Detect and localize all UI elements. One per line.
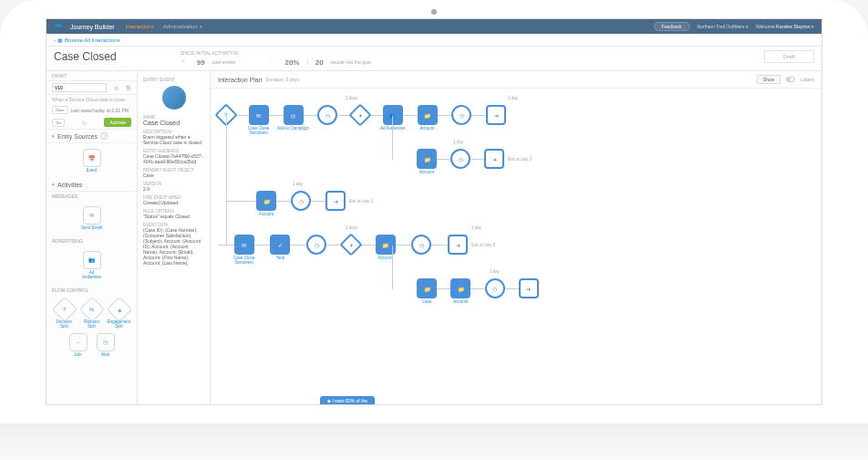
draft-header: DRAFT [46, 71, 137, 81]
labels-toggle[interactable] [786, 77, 795, 82]
sub-advertising: ADVERTISING [46, 236, 137, 246]
org-switcher[interactable]: Northern Trail Outfitters ▾ [698, 24, 749, 29]
palette-ad-audiences[interactable]: 👥Ad Audiences [80, 251, 104, 280]
wait-node[interactable]: ◷ [485, 278, 505, 298]
breadcrumb-link[interactable]: Browse All Interactions [65, 37, 120, 43]
trash-icon[interactable]: 🗑 [126, 85, 131, 90]
wait-node[interactable]: ◷ [306, 235, 326, 255]
grid-icon[interactable]: ▦ [57, 37, 63, 43]
target-icon: ◎ [291, 112, 295, 119]
done-badge: Done [52, 106, 68, 114]
account-node[interactable]: 📁Account [256, 191, 276, 211]
status-badge: Draft [764, 50, 814, 63]
email-node[interactable]: ✉Case Close Sentiment [234, 235, 254, 255]
task-node[interactable]: ✓Task [270, 235, 290, 255]
time-label: 1 day [453, 140, 463, 144]
exit-node[interactable]: ➜ [448, 235, 468, 255]
detail-audience: Case Closed-7a447f60-c537-4041-aaa9-80e6… [143, 153, 204, 164]
goal-icon: ♢ [268, 58, 277, 67]
campaign-node[interactable]: ◎Add to Campaign [284, 105, 304, 125]
version-input[interactable] [52, 83, 107, 92]
clock-icon: ◷ [459, 156, 463, 162]
wait-node[interactable]: ◷ [291, 191, 311, 211]
case-node[interactable]: 📁Case [417, 278, 437, 298]
time-label: 1 day [508, 96, 518, 100]
clock-icon: ◷ [326, 112, 330, 119]
nav-administration[interactable]: Administration▾ [163, 24, 202, 29]
exit-icon: ➜ [526, 286, 531, 292]
clock-icon: ◷ [103, 339, 108, 345]
palette-wait[interactable]: ◷Wait [94, 333, 118, 358]
check-icon: ✓ [278, 242, 283, 248]
info-icon[interactable]: i [100, 132, 108, 140]
entries-count: 99 [197, 58, 205, 67]
goal-pct: 20% [284, 58, 299, 67]
detail-description: Event triggered when a Service Cloud cas… [143, 134, 204, 145]
account-node[interactable]: 📁Account [418, 105, 438, 125]
show-button[interactable]: Show [757, 75, 781, 84]
wait-node[interactable]: ◷ [450, 149, 470, 169]
palette-decision-split[interactable]: ?Decision Split [53, 300, 77, 329]
palette-engagement-split[interactable]: ◈Engagement Split [108, 300, 131, 329]
people-icon: 👥 [88, 256, 95, 263]
wait-node[interactable]: ◷ [317, 105, 337, 125]
exit-label: Exit on day 3 [471, 243, 495, 247]
page-title: Case Closed [54, 50, 117, 63]
section-activities[interactable]: ▾Activities [46, 179, 137, 192]
burst-icon: ✦ [348, 242, 353, 248]
back-icon[interactable]: ‹ [54, 37, 56, 43]
breadcrumb-bar: ‹ ▦ Browse All Interactions [46, 34, 822, 47]
account-node[interactable]: 📁Account [417, 149, 437, 169]
join-icon: → [76, 340, 81, 345]
refresh-icon[interactable]: ↻ [82, 120, 87, 126]
email-node[interactable]: ✉Case Close Sentiment [249, 105, 269, 125]
canvas[interactable]: Interaction Plan Duration: 3 days Show L… [211, 71, 822, 405]
goal-tab[interactable]: ◆ I want 80% of the [320, 396, 375, 405]
palette-join[interactable]: →Join [67, 333, 90, 358]
wait-node[interactable]: ◷ [451, 105, 471, 125]
topbar: Journey Builder Interactions Administrat… [46, 19, 822, 34]
exit-node[interactable]: ➜ [519, 278, 539, 298]
folder-icon: 📁 [424, 156, 430, 162]
exit-icon: ➜ [492, 156, 497, 162]
palette-event[interactable]: 📅Event [80, 149, 104, 173]
exit-node[interactable]: ➜ [484, 149, 504, 169]
exit-node[interactable]: ➜ [326, 191, 346, 211]
split-node[interactable]: ✦ [339, 233, 362, 256]
collapse-icon: ▾ [52, 182, 55, 187]
exit-icon: ➜ [334, 198, 338, 204]
gear-icon[interactable]: ⚙ [114, 85, 119, 91]
burst-icon: ✦ [358, 112, 363, 119]
saved-text: Last saved today at 2:21 PM [71, 108, 129, 113]
palette-random-split[interactable]: %Random Split [80, 300, 104, 329]
detail-header: ENTRY EVENT [143, 77, 204, 82]
question-icon: ? [63, 307, 66, 312]
detail-name: Case Closed [143, 120, 204, 126]
detail-fire: Created;Updated; [143, 200, 204, 205]
folder-icon: 📁 [264, 198, 270, 204]
account-node[interactable]: 📁Account [450, 278, 470, 298]
chevron-down-icon: ▾ [746, 24, 749, 29]
split-node[interactable]: ✦ [348, 103, 371, 126]
salesforce-logo-icon [54, 22, 67, 31]
exit-node[interactable]: ➜ [486, 105, 506, 125]
user-menu[interactable]: Welcome Karalee Slayton ▾ [756, 24, 814, 29]
event-node-icon[interactable] [162, 86, 186, 110]
feedback-button[interactable]: Feedback [654, 22, 690, 31]
nav-interactions[interactable]: Interactions [126, 24, 154, 29]
palette-send-email[interactable]: ✉Send Email [80, 206, 104, 231]
envelope-icon: ✉ [89, 212, 94, 218]
exit-label: Exit on day 1 [349, 199, 373, 204]
section-entry-sources[interactable]: ▾Entry Sourcesi [46, 130, 137, 143]
exit-icon: ➜ [494, 112, 499, 119]
app-screen: Journey Builder Interactions Administrat… [46, 18, 822, 405]
wait-node[interactable]: ◷ [411, 235, 431, 255]
detail-panel: ENTRY EVENT NAME Case Closed DESCRIPTION… [138, 71, 211, 405]
activate-button[interactable]: Activate [104, 118, 131, 127]
calendar-icon: 📅 [88, 155, 95, 162]
entries-label: total entries [212, 59, 236, 65]
test-badge[interactable]: Tes [52, 119, 65, 127]
time-label: 1 day [293, 182, 303, 186]
detail-rule: "Status" equals Closed [143, 214, 204, 219]
exit-label: Exit on day 3 [508, 157, 532, 162]
